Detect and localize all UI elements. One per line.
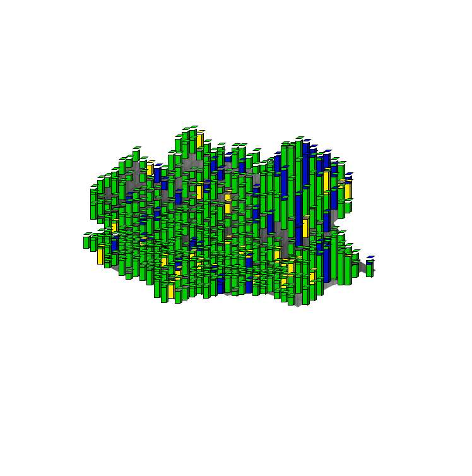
data-bar	[260, 286, 268, 295]
data-bar	[182, 285, 190, 300]
data-bar	[252, 220, 261, 238]
data-bar	[338, 201, 346, 219]
data-bar	[323, 246, 331, 283]
data-bar	[126, 271, 134, 280]
data-bar	[252, 284, 261, 296]
data-bar	[316, 278, 324, 296]
data-bar	[345, 200, 353, 213]
data-bar	[154, 187, 162, 196]
data-bar	[97, 177, 105, 194]
data-bar	[366, 262, 374, 278]
data-bar	[295, 225, 304, 247]
data-bar	[345, 254, 353, 285]
data-bar	[126, 157, 134, 168]
terrain-bar-visualization	[0, 0, 472, 476]
data-bar	[210, 181, 218, 200]
data-bar	[351, 262, 360, 278]
data-bar	[217, 282, 225, 294]
data-bar	[302, 287, 310, 306]
data-bar	[175, 289, 183, 304]
data-bar	[210, 278, 218, 297]
data-bar	[203, 285, 211, 299]
data-bar	[182, 141, 190, 159]
data-bar	[189, 286, 198, 297]
data-bar	[161, 285, 169, 303]
data-bar	[239, 282, 247, 295]
data-bar	[288, 295, 296, 306]
data-bar	[267, 211, 275, 234]
data-bar	[232, 289, 240, 297]
data-bar	[104, 260, 112, 268]
data-bar	[338, 251, 346, 285]
